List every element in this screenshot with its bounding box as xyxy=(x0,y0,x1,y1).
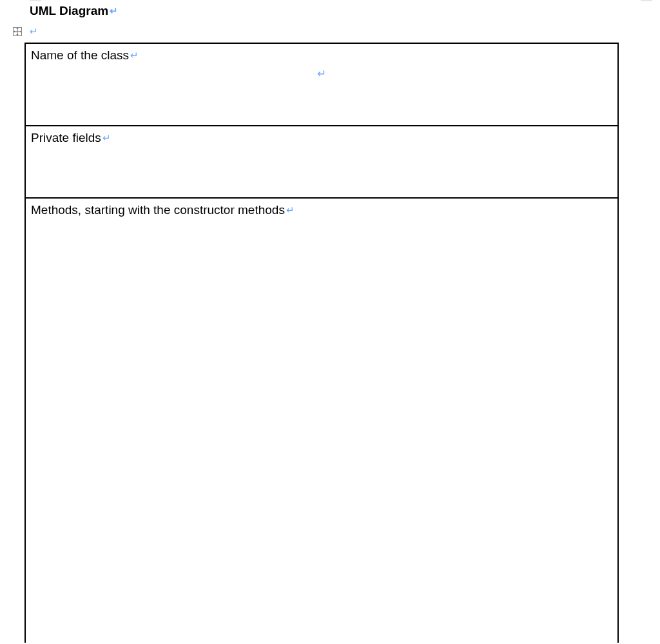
table-move-handle[interactable] xyxy=(13,27,22,36)
heading-uml-diagram[interactable]: UML Diagram↵ xyxy=(30,4,118,18)
cell-label: Methods, starting with the constructor m… xyxy=(31,203,285,217)
uml-class-table[interactable]: Name of the class↵ ↵ Private fields↵ Met… xyxy=(24,43,619,643)
paragraph-mark-icon: ↵ xyxy=(108,5,118,16)
uml-methods-cell[interactable]: Methods, starting with the constructor m… xyxy=(25,198,618,643)
uml-private-fields-cell[interactable]: Private fields↵ xyxy=(25,126,618,198)
paragraph-mark-icon: ↵ xyxy=(30,26,38,37)
paragraph-mark-icon: ↵ xyxy=(26,66,617,82)
cell-label: Private fields xyxy=(31,131,101,144)
paragraph-mark-icon: ↵ xyxy=(285,204,295,215)
paragraph-mark-icon: ↵ xyxy=(101,132,111,143)
uml-class-name-cell[interactable]: Name of the class↵ ↵ xyxy=(25,43,618,126)
table-row: Private fields↵ xyxy=(25,126,618,198)
cell-label: Name of the class xyxy=(31,48,129,62)
table-row: Methods, starting with the constructor m… xyxy=(25,198,618,643)
move-icon xyxy=(14,28,21,35)
heading-text: UML Diagram xyxy=(30,4,108,17)
document-page: UML Diagram↵ ↵ Name of the class↵ ↵ Priv… xyxy=(0,0,660,644)
table-row: Name of the class↵ ↵ xyxy=(25,43,618,126)
margin-guide-left xyxy=(30,0,41,1)
paragraph-mark-icon: ↵ xyxy=(129,50,139,61)
margin-guide-right xyxy=(641,0,652,1)
